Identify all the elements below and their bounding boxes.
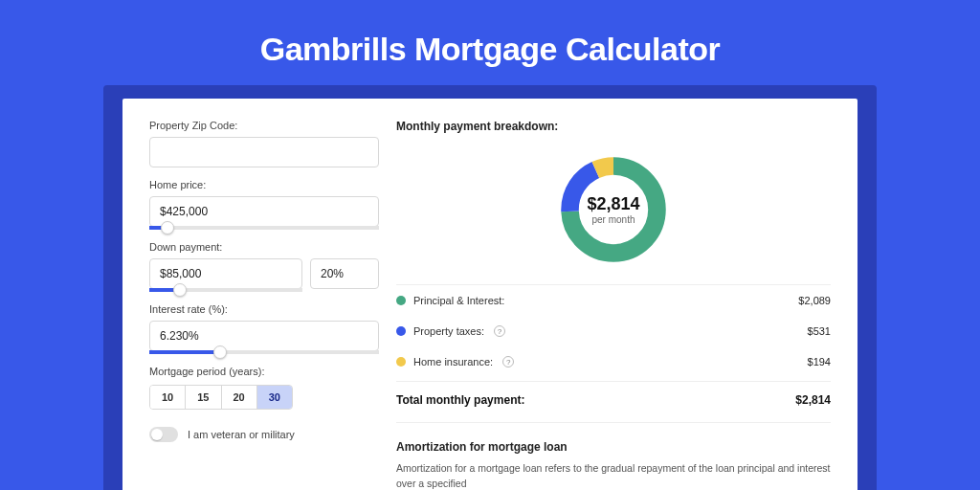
veteran-label: I am veteran or military (188, 429, 295, 440)
legend-dot (396, 357, 406, 367)
legend-dot (396, 326, 406, 336)
legend-label: Property taxes: (413, 325, 484, 337)
inputs-column: Property Zip Code: Home price: Down paym… (149, 120, 379, 490)
slider-thumb[interactable] (213, 345, 227, 359)
zip-label: Property Zip Code: (149, 120, 379, 131)
donut-chart-wrap: $2,814 per month (396, 148, 831, 284)
breakdown-title: Monthly payment breakdown: (396, 120, 831, 148)
legend-row: Principal & Interest:$2,089 (396, 285, 831, 316)
donut-chart: $2,814 per month (556, 152, 671, 267)
total-label: Total monthly payment: (396, 393, 524, 407)
zip-input[interactable] (149, 137, 379, 167)
home-price-slider[interactable] (149, 226, 379, 230)
slider-thumb[interactable] (161, 221, 174, 234)
slider-thumb[interactable] (173, 283, 187, 297)
calculator-panel: Property Zip Code: Home price: Down paym… (122, 99, 858, 490)
interest-rate-slider[interactable] (149, 350, 379, 354)
interest-rate-label: Interest rate (%): (149, 303, 379, 315)
mortgage-period-label: Mortgage period (years): (149, 366, 379, 377)
legend-label: Home insurance: (413, 356, 493, 368)
legend-value: $531 (808, 325, 831, 337)
total-value: $2,814 (795, 393, 831, 407)
amortization-title: Amortization for mortgage loan (396, 423, 831, 461)
donut-sub: per month (591, 214, 635, 225)
donut-value: $2,814 (587, 194, 639, 214)
panel-wrapper: Property Zip Code: Home price: Down paym… (103, 85, 877, 490)
down-payment-pct-input[interactable] (310, 258, 379, 289)
page-title: Gambrills Mortgage Calculator (0, 0, 980, 85)
veteran-toggle[interactable] (149, 427, 178, 442)
mortgage-period-segmented: 10152030 (149, 385, 293, 410)
legend-dot (396, 296, 406, 305)
legend-value: $2,089 (798, 295, 831, 306)
period-option-30[interactable]: 30 (257, 386, 292, 409)
amortization-text: Amortization for a mortgage loan refers … (396, 461, 831, 490)
down-payment-label: Down payment: (149, 241, 379, 253)
interest-rate-input[interactable] (149, 321, 379, 351)
legend-value: $194 (808, 356, 831, 368)
home-price-input[interactable] (149, 196, 379, 227)
legend-label: Principal & Interest: (413, 295, 504, 306)
toggle-knob (151, 429, 163, 440)
legend-row: Property taxes:?$531 (396, 316, 831, 346)
period-option-10[interactable]: 10 (150, 386, 186, 409)
period-option-15[interactable]: 15 (186, 386, 221, 409)
down-payment-amount-input[interactable] (149, 258, 302, 289)
help-icon[interactable]: ? (502, 356, 514, 368)
legend-row: Home insurance:?$194 (396, 346, 831, 377)
down-payment-slider[interactable] (149, 288, 302, 292)
home-price-label: Home price: (149, 179, 379, 190)
help-icon[interactable]: ? (494, 325, 505, 337)
results-column: Monthly payment breakdown: $2,814 per mo… (396, 120, 831, 490)
period-option-20[interactable]: 20 (222, 386, 257, 409)
